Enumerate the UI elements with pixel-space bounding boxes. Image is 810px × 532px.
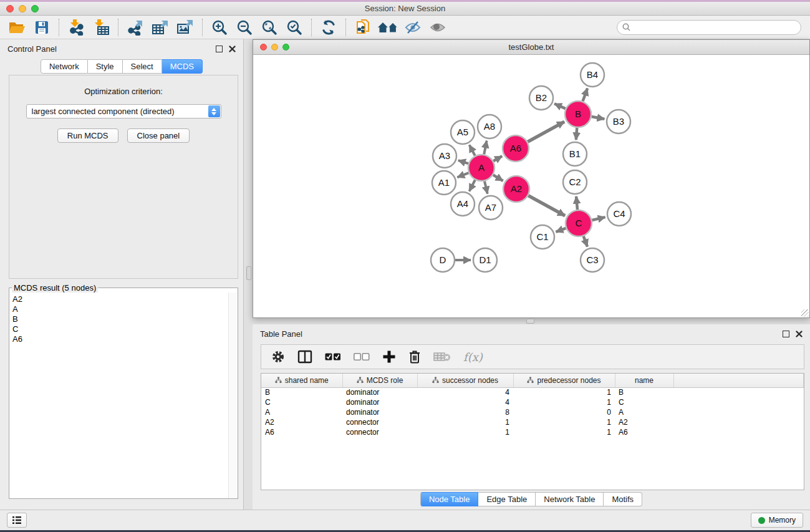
zoom-fit-icon[interactable]: [259, 18, 280, 37]
graph-edge-A-A2[interactable]: [493, 175, 503, 181]
zoom-in-icon[interactable]: [209, 18, 230, 37]
graph-edge-A-A5[interactable]: [470, 145, 475, 155]
graph-node-B[interactable]: B: [565, 101, 591, 127]
home-layout-icon[interactable]: [377, 18, 398, 37]
graph-node-B2[interactable]: B2: [529, 86, 553, 110]
import-table-icon[interactable]: [90, 18, 112, 37]
graph-node-A8[interactable]: A8: [478, 115, 501, 138]
graph-node-C[interactable]: C: [566, 210, 592, 236]
export-table-icon[interactable]: [150, 18, 171, 37]
show-task-history-button[interactable]: [7, 513, 27, 528]
column-header-MCDS-role[interactable]: MCDS role: [342, 374, 417, 387]
graph-edge-B-B2[interactable]: [554, 104, 566, 109]
tab-mcds[interactable]: MCDS: [162, 59, 203, 74]
tab-node-table[interactable]: Node Table: [420, 492, 479, 506]
graph-edge-A-A8[interactable]: [484, 141, 486, 155]
graph-edge-A-A4[interactable]: [470, 180, 475, 191]
search-input[interactable]: [634, 23, 796, 32]
tab-network[interactable]: Network: [41, 59, 88, 74]
graph-edge-C-C2[interactable]: [576, 196, 577, 210]
tab-edge-table[interactable]: Edge Table: [478, 492, 536, 506]
graph-edge-C-C1[interactable]: [556, 228, 566, 232]
float-table-panel-icon[interactable]: [783, 331, 789, 337]
zoom-out-icon[interactable]: [234, 18, 255, 37]
graph-node-A7[interactable]: A7: [479, 196, 503, 220]
network-canvas[interactable]: B4B2BB3A8A5A6B1A3AC2A1A2A4A7C4CC1C3DD1: [253, 55, 809, 317]
column-header-predecessor-nodes[interactable]: predecessor nodes: [513, 374, 615, 387]
graph-node-B1[interactable]: B1: [563, 142, 587, 166]
float-panel-icon[interactable]: [216, 46, 223, 52]
graph-edge-B-B3[interactable]: [592, 117, 605, 119]
column-header-successor-nodes[interactable]: successor nodes: [417, 374, 513, 387]
delete-table-icon[interactable]: [433, 352, 451, 362]
memory-status-button[interactable]: Memory: [751, 513, 803, 528]
graph-edge-B-B4[interactable]: [583, 89, 588, 102]
graph-node-A3[interactable]: A3: [433, 144, 456, 168]
graph-node-A[interactable]: A: [468, 155, 494, 181]
graph-edge-B-B1[interactable]: [576, 128, 577, 140]
result-list-item[interactable]: C: [12, 324, 228, 334]
result-list-item[interactable]: A: [12, 304, 228, 314]
mcds-result-list[interactable]: A2ABCA6: [9, 293, 228, 498]
refresh-view-icon[interactable]: [318, 18, 339, 37]
network-graph[interactable]: B4B2BB3A8A5A6B1A3AC2A1A2A4A7C4CC1C3DD1: [253, 55, 809, 317]
graph-edge-C-C4[interactable]: [592, 217, 605, 220]
export-network-icon[interactable]: [125, 18, 146, 37]
panel-splitter-handle-horizontal[interactable]: [526, 319, 534, 324]
show-graphics-details-icon[interactable]: [427, 18, 448, 37]
graph-node-C2[interactable]: C2: [563, 170, 587, 194]
result-list-item[interactable]: A6: [12, 334, 228, 344]
table-row[interactable]: Cdominator41C: [261, 397, 804, 407]
graph-node-A1[interactable]: A1: [432, 171, 456, 195]
column-header-name[interactable]: name: [615, 374, 673, 387]
save-session-icon[interactable]: [31, 18, 52, 37]
table-row[interactable]: Bdominator41B: [261, 387, 804, 397]
zoom-selected-icon[interactable]: [284, 18, 305, 37]
run-mcds-button[interactable]: Run MCDS: [57, 128, 118, 143]
close-panel-button[interactable]: Close panel: [127, 128, 190, 143]
tab-select[interactable]: Select: [123, 59, 162, 74]
import-network-icon[interactable]: [65, 18, 87, 37]
graph-node-C3[interactable]: C3: [581, 248, 604, 272]
graph-edge-A2-C[interactable]: [528, 196, 565, 216]
graph-node-C4[interactable]: C4: [607, 202, 631, 226]
graph-node-A5[interactable]: A5: [451, 120, 475, 144]
select-all-checkboxes-icon[interactable]: [325, 352, 341, 361]
graph-node-A6[interactable]: A6: [503, 135, 529, 162]
create-new-column-icon[interactable]: [382, 350, 396, 364]
tab-style[interactable]: Style: [88, 59, 123, 74]
graph-edge-A-A3[interactable]: [458, 160, 468, 163]
settings-gear-icon[interactable]: [271, 350, 285, 364]
graph-edge-A-A7[interactable]: [485, 181, 488, 193]
result-list-item[interactable]: B: [12, 314, 228, 324]
close-panel-icon[interactable]: [229, 46, 236, 52]
close-table-panel-icon[interactable]: [796, 331, 803, 337]
graph-node-D1[interactable]: D1: [473, 248, 497, 272]
panel-splitter-handle-vertical[interactable]: [246, 266, 251, 280]
export-image-icon[interactable]: [175, 18, 196, 37]
graph-edge-A-A6[interactable]: [493, 156, 502, 161]
graph-node-D[interactable]: D: [431, 248, 455, 272]
search-field[interactable]: [617, 20, 801, 35]
hide-graphics-details-icon[interactable]: [402, 18, 423, 37]
graph-edge-C-C3[interactable]: [584, 236, 587, 247]
show-hide-columns-icon[interactable]: [297, 350, 312, 364]
delete-selected-column-icon[interactable]: [408, 350, 421, 364]
table-row[interactable]: A2connector11A2: [261, 417, 804, 427]
column-header-shared-name[interactable]: shared name: [261, 374, 342, 387]
graph-node-C1[interactable]: C1: [531, 225, 554, 249]
result-list-item[interactable]: A2: [12, 294, 228, 304]
graph-node-B4[interactable]: B4: [581, 63, 604, 87]
table-header-row[interactable]: shared nameMCDS rolesuccessor nodesprede…: [261, 374, 804, 387]
graph-node-B3[interactable]: B3: [607, 110, 630, 133]
open-session-document-icon[interactable]: [352, 18, 374, 37]
result-list-scrollbar[interactable]: [228, 293, 238, 498]
network-window-titlebar[interactable]: testGlobe.txt: [253, 40, 809, 55]
optimization-criterion-select[interactable]: largest connected component (directed): [26, 104, 221, 118]
graph-edge-A6-B[interactable]: [528, 122, 564, 142]
tab-motifs[interactable]: Motifs: [604, 492, 642, 506]
table-row[interactable]: A6connector11A6: [261, 427, 804, 437]
function-builder-icon[interactable]: f(x): [463, 351, 483, 364]
open-file-icon[interactable]: [6, 18, 27, 37]
deselect-all-checkboxes-icon[interactable]: [354, 352, 370, 361]
